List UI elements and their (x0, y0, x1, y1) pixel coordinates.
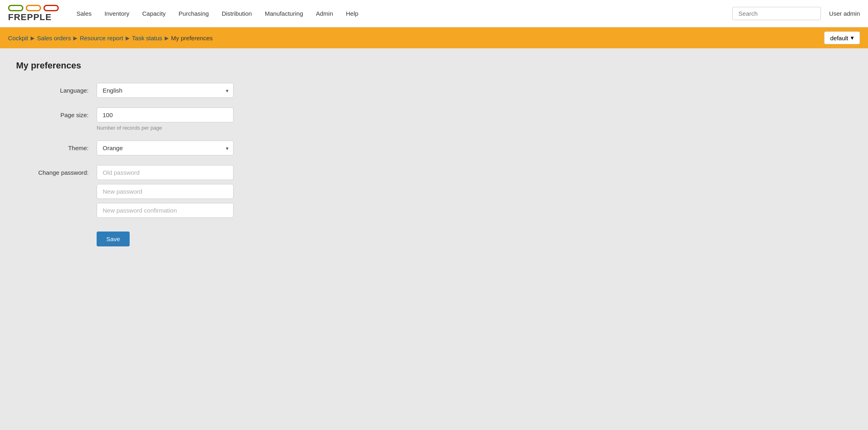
language-control: English ▾ (97, 83, 234, 98)
password-group (97, 165, 234, 218)
main-content: My preferences Language: English ▾ Page … (0, 48, 868, 258)
default-arrow: ▾ (851, 34, 854, 41)
nav-item-purchasing[interactable]: Purchasing (173, 7, 215, 20)
change-password-label: Change password: (16, 165, 97, 176)
change-password-row: Change password: (16, 165, 852, 218)
breadcrumb-cockpit[interactable]: Cockpit (8, 35, 28, 41)
language-select-wrapper: English ▾ (97, 83, 234, 98)
breadcrumb-sep-2: ▶ (73, 35, 77, 41)
breadcrumb-sales-orders[interactable]: Sales orders (37, 35, 71, 41)
logo-icon-orange (26, 5, 41, 11)
nav-item-capacity[interactable]: Capacity (136, 7, 171, 20)
header: FREPPLE Sales Inventory Capacity Purchas… (0, 0, 868, 27)
theme-select[interactable]: Orange (97, 141, 234, 155)
logo-icon-red (43, 5, 59, 11)
main-nav: Sales Inventory Capacity Purchasing Dist… (71, 7, 724, 20)
breadcrumb-sep-1: ▶ (31, 35, 35, 41)
page-size-control: Number of records per page (97, 108, 234, 131)
new-password-input[interactable] (97, 184, 234, 199)
logo: FREPPLE (8, 5, 59, 23)
breadcrumb-sep-3: ▶ (126, 35, 130, 41)
breadcrumb-task-status[interactable]: Task status (132, 35, 162, 41)
old-password-input[interactable] (97, 165, 234, 180)
breadcrumb: Cockpit ▶ Sales orders ▶ Resource report… (8, 35, 213, 41)
nav-item-inventory[interactable]: Inventory (99, 7, 135, 20)
page-title: My preferences (16, 60, 852, 71)
page-size-input[interactable] (97, 108, 234, 122)
breadcrumb-resource-report[interactable]: Resource report (80, 35, 123, 41)
breadcrumb-sep-4: ▶ (165, 35, 169, 41)
nav-item-manufacturing[interactable]: Manufacturing (259, 7, 309, 20)
theme-control: Orange ▾ (97, 141, 234, 155)
page-size-hint: Number of records per page (97, 125, 234, 131)
logo-icon-green (8, 5, 23, 11)
user-admin-link[interactable]: User admin (829, 10, 860, 17)
default-button[interactable]: default ▾ (824, 31, 860, 44)
nav-item-admin[interactable]: Admin (310, 7, 339, 20)
change-password-control (97, 165, 234, 218)
nav-item-help[interactable]: Help (340, 7, 364, 20)
page-size-label: Page size: (16, 108, 97, 118)
theme-select-wrapper: Orange ▾ (97, 141, 234, 155)
theme-label: Theme: (16, 141, 97, 151)
theme-row: Theme: Orange ▾ (16, 141, 852, 155)
breadcrumb-current: My preferences (171, 35, 213, 41)
language-row: Language: English ▾ (16, 83, 852, 98)
page-size-row: Page size: Number of records per page (16, 108, 852, 131)
logo-text: FREPPLE (8, 12, 59, 23)
breadcrumb-bar: Cockpit ▶ Sales orders ▶ Resource report… (0, 27, 868, 48)
default-label: default (830, 35, 848, 41)
language-label: Language: (16, 83, 97, 94)
nav-item-sales[interactable]: Sales (71, 7, 97, 20)
language-select[interactable]: English (97, 83, 234, 98)
nav-item-distribution[interactable]: Distribution (216, 7, 258, 20)
logo-icons (8, 5, 59, 11)
search-input[interactable] (732, 7, 821, 20)
save-button[interactable]: Save (97, 232, 130, 246)
new-password-confirm-input[interactable] (97, 203, 234, 218)
